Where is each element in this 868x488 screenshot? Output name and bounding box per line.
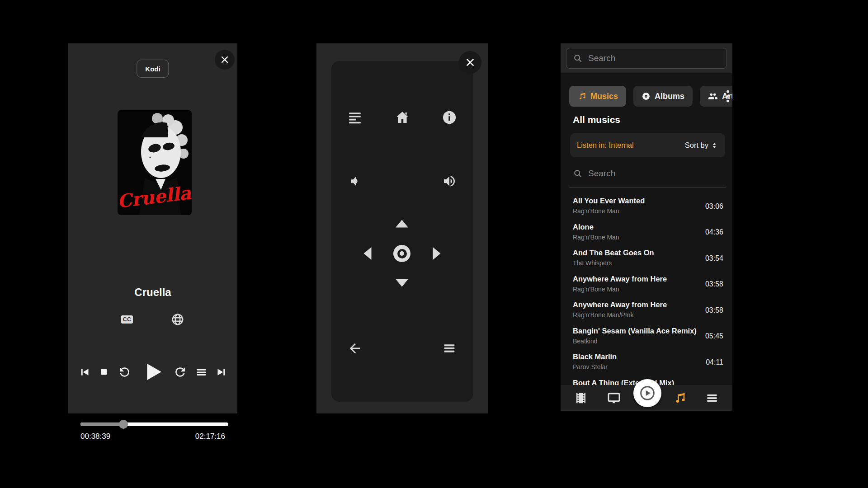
song-row[interactable]: Anywhere Away from Here Rag'n'Bone Man 0… bbox=[561, 272, 732, 298]
close-icon bbox=[220, 55, 229, 64]
audio-language-globe-icon[interactable] bbox=[171, 313, 184, 326]
elapsed-time: 00:38:39 bbox=[80, 432, 110, 441]
dpad-right-icon[interactable] bbox=[433, 247, 441, 260]
play-circle-icon bbox=[638, 384, 656, 402]
play-icon[interactable] bbox=[140, 359, 165, 385]
music-note-icon bbox=[577, 92, 586, 101]
search-icon bbox=[573, 169, 583, 178]
queue-list-icon[interactable] bbox=[347, 110, 363, 125]
movie-poster: Cruella bbox=[118, 110, 192, 215]
song-title: Black Marlin bbox=[573, 352, 701, 361]
song-row[interactable]: Bangin' Sesam (Vanilla Ace Remix) Beatki… bbox=[561, 324, 732, 350]
song-row[interactable]: Anywhere Away from Here Rag'n'Bone Man/P… bbox=[561, 297, 732, 324]
playlist-menu-icon[interactable] bbox=[195, 366, 208, 378]
select-dot bbox=[400, 251, 404, 256]
song-artist: Beatkind bbox=[573, 338, 701, 345]
filter-bar: Listen in: Internal Sort by bbox=[570, 133, 725, 157]
library-tabs: Musics Albums Artists bbox=[569, 86, 732, 107]
dpad-down-icon[interactable] bbox=[396, 279, 408, 287]
song-duration: 03:54 bbox=[705, 254, 723, 263]
song-duration: 03:58 bbox=[705, 306, 723, 314]
song-list: All You Ever Wanted Rag'n'Bone Man 03:06… bbox=[561, 193, 732, 411]
song-title: Bangin' Sesam (Vanilla Ace Remix) bbox=[573, 327, 701, 335]
device-chip[interactable]: Kodi bbox=[137, 60, 169, 78]
info-icon[interactable] bbox=[442, 110, 457, 125]
tab-albums[interactable]: Albums bbox=[633, 86, 693, 107]
list-search-field[interactable] bbox=[573, 164, 723, 183]
dpad-left-icon[interactable] bbox=[364, 247, 372, 260]
song-artist: Rag'n'Bone Man bbox=[573, 286, 701, 293]
context-menu-icon[interactable] bbox=[442, 341, 457, 356]
song-title: Anywhere Away from Here bbox=[573, 275, 701, 283]
music-library-panel: Musics Albums Artists All musics Listen … bbox=[561, 43, 732, 411]
song-duration: 04:36 bbox=[705, 228, 723, 236]
song-row[interactable]: And The Beat Goes On The Whispers 03:54 bbox=[561, 245, 732, 272]
dpad-select-button[interactable] bbox=[393, 245, 410, 262]
sort-by-selector[interactable]: Sort by bbox=[685, 141, 718, 150]
nav-menu-icon[interactable] bbox=[704, 391, 720, 405]
divider bbox=[569, 187, 726, 188]
remote-pad bbox=[331, 61, 473, 402]
rewind-icon[interactable] bbox=[118, 365, 132, 379]
now-playing-panel: Kodi bbox=[68, 43, 237, 413]
global-search-input[interactable] bbox=[588, 53, 720, 63]
subtitles-cc-icon[interactable]: CC bbox=[121, 315, 133, 324]
song-artist: The Whispers bbox=[573, 259, 701, 267]
close-button[interactable] bbox=[215, 50, 235, 70]
album-disc-icon bbox=[642, 92, 651, 101]
song-row[interactable]: All You Ever Wanted Rag'n'Bone Man 03:06 bbox=[561, 193, 732, 220]
song-title: Alone bbox=[573, 223, 701, 231]
progress-thumb[interactable] bbox=[119, 420, 128, 429]
back-icon[interactable] bbox=[347, 341, 363, 356]
progress-fill bbox=[80, 422, 123, 426]
nav-movies-film-icon[interactable] bbox=[573, 391, 589, 405]
now-playing-fab[interactable] bbox=[633, 379, 661, 407]
skip-next-icon[interactable] bbox=[216, 366, 228, 378]
song-title: Anywhere Away from Here bbox=[573, 300, 701, 309]
song-row[interactable]: Alone Rag'n'Bone Man 04:36 bbox=[561, 220, 732, 246]
song-duration: 05:45 bbox=[705, 332, 723, 340]
nav-tv-icon[interactable] bbox=[606, 391, 622, 405]
search-icon bbox=[573, 53, 583, 63]
song-artist: Rag'n'Bone Man/P!nk bbox=[573, 311, 701, 319]
screen: Kodi bbox=[0, 0, 868, 488]
tab-musics[interactable]: Musics bbox=[569, 86, 626, 107]
tab-musics-label: Musics bbox=[590, 92, 618, 101]
home-icon[interactable] bbox=[394, 109, 410, 126]
stream-options-row: CC bbox=[68, 313, 237, 326]
song-title: And The Beat Goes On bbox=[573, 249, 701, 257]
list-search-input[interactable] bbox=[588, 169, 723, 178]
close-icon bbox=[465, 57, 475, 67]
stop-icon[interactable] bbox=[99, 366, 109, 377]
dpad-up-icon[interactable] bbox=[396, 220, 408, 228]
skip-previous-icon[interactable] bbox=[78, 366, 90, 378]
song-title: All You Ever Wanted bbox=[573, 197, 701, 205]
song-artist: Rag'n'Bone Man bbox=[573, 207, 701, 215]
select-ring bbox=[397, 249, 407, 258]
device-chip-label: Kodi bbox=[145, 65, 160, 73]
global-search-field[interactable] bbox=[566, 48, 727, 69]
sort-updown-icon bbox=[710, 141, 718, 150]
playback-controls bbox=[68, 359, 237, 385]
song-duration: 03:06 bbox=[705, 202, 723, 211]
volume-up-icon[interactable] bbox=[442, 174, 457, 188]
remote-panel bbox=[316, 43, 488, 413]
song-row[interactable]: Black Marlin Parov Stelar 04:11 bbox=[561, 349, 732, 375]
artists-people-icon bbox=[708, 91, 718, 101]
library-topbar bbox=[561, 43, 732, 73]
tab-albums-label: Albums bbox=[655, 92, 684, 101]
time-row: 00:38:39 02:17:16 bbox=[80, 432, 225, 441]
total-time: 02:17:16 bbox=[195, 432, 225, 441]
fast-forward-icon[interactable] bbox=[173, 365, 187, 379]
song-artist: Rag'n'Bone Man bbox=[573, 234, 701, 241]
song-duration: 04:11 bbox=[706, 358, 723, 366]
remote-close-button[interactable] bbox=[459, 51, 481, 74]
sort-by-label: Sort by bbox=[685, 141, 708, 150]
nav-music-note-icon[interactable] bbox=[672, 391, 687, 405]
now-playing-title: Cruella bbox=[68, 286, 237, 299]
more-options-icon[interactable] bbox=[725, 88, 731, 104]
listen-in-selector[interactable]: Listen in: Internal bbox=[577, 141, 634, 150]
seek-bar[interactable] bbox=[80, 422, 228, 427]
song-artist: Parov Stelar bbox=[573, 363, 701, 371]
volume-down-icon[interactable] bbox=[348, 174, 362, 188]
